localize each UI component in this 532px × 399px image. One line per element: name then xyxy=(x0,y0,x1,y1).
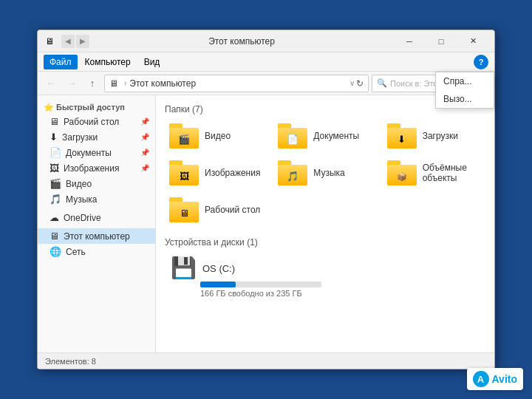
back-button[interactable]: ← xyxy=(42,75,60,92)
folder-downloads-icon: ⬇ xyxy=(387,123,417,149)
address-chevron: › xyxy=(124,79,126,87)
this-pc-icon: 🖥 xyxy=(50,231,59,242)
sidebar-item-onedrive[interactable]: ☁ OneDrive xyxy=(38,210,155,225)
sidebar-item-downloads[interactable]: ⬇ Загрузки 📌 xyxy=(38,129,155,145)
menu-bar: Файл Компьютер Вид ? xyxy=(38,52,494,72)
folder-desktop[interactable]: 🖥 Рабочий стол xyxy=(165,194,267,225)
window-controls: ─ □ ✕ xyxy=(394,30,488,52)
sidebar-item-video[interactable]: 🎬 Видео xyxy=(38,176,155,191)
quick-access-btn2[interactable]: ▶ xyxy=(76,35,89,48)
music-folder-icon: 🎵 xyxy=(287,171,299,182)
folder-downloads[interactable]: ⬇ Загрузки xyxy=(383,120,485,151)
desktop-icon: 🖥 xyxy=(50,116,59,127)
3d-folder-icon: 📦 xyxy=(397,172,407,182)
folder-music-icon: 🎵 xyxy=(278,160,307,185)
address-path: Этот компьютер xyxy=(129,78,196,89)
folder-images[interactable]: 🖼 Изображения xyxy=(165,157,267,188)
folders-grid: 🎬 Видео 📄 Документы xyxy=(165,120,485,225)
computer-section: 🖥 Этот компьютер 🌐 Сеть xyxy=(38,227,155,261)
search-icon: 🔍 xyxy=(377,78,387,88)
window-icon: 🖥 xyxy=(44,35,55,47)
menu-computer[interactable]: Компьютер xyxy=(79,55,137,69)
address-path-icon: 🖥 xyxy=(109,78,118,89)
device-c-drive[interactable]: 💾 OS (C:) 166 ГБ свободно из 235 ГБ xyxy=(165,253,327,302)
network-icon: 🌐 xyxy=(50,246,61,257)
folder-music[interactable]: 🎵 Музыка xyxy=(273,157,376,188)
minimize-button[interactable]: ─ xyxy=(394,30,425,52)
avito-label: Avito xyxy=(492,373,517,385)
file-explorer-window: 🖥 ◀ ▶ Этот компьютер ─ □ ✕ Файл Компьюте… xyxy=(37,30,495,369)
device-top: 💾 OS (C:) xyxy=(171,258,321,279)
folder-desktop-icon: 🖥 xyxy=(169,197,199,222)
sidebar-item-desktop[interactable]: 🖥 Рабочий стол 📌 xyxy=(38,114,155,129)
close-button[interactable]: ✕ xyxy=(457,30,488,52)
folder-3d[interactable]: 📦 Объёмные объекты xyxy=(383,157,485,188)
images-folder-icon: 🖼 xyxy=(180,171,189,182)
disk-bar-fill xyxy=(200,282,236,287)
status-bar: Элементов: 8 xyxy=(38,352,494,369)
quick-access-header: ⭐ Быстрый доступ xyxy=(38,101,155,114)
sidebar: ⭐ Быстрый доступ 🖥 Рабочий стол 📌 ⬇ Загр… xyxy=(38,95,156,352)
window-title: Этот компьютер xyxy=(89,36,394,47)
drive-icon: 💾 xyxy=(171,258,197,279)
downloads-folder-icon: ⬇ xyxy=(398,134,406,145)
folder-3d-icon: 📦 xyxy=(387,160,417,185)
refresh-button[interactable]: ↻ xyxy=(356,78,364,89)
video-icon: 🎬 xyxy=(50,178,61,189)
restore-button[interactable]: □ xyxy=(426,30,457,52)
folder-video-icon: 🎬 xyxy=(169,123,199,149)
documents-icon: 📄 xyxy=(50,147,61,158)
sidebar-item-images[interactable]: 🖼 Изображения 📌 xyxy=(38,160,155,176)
video-folder-icon: 🎬 xyxy=(178,134,190,145)
dropdown-item-call[interactable]: Вызо... xyxy=(436,90,494,108)
drive-name: OS (C:) xyxy=(202,263,235,274)
onedrive-icon: ☁ xyxy=(50,212,59,223)
up-button[interactable]: ↑ xyxy=(83,75,101,92)
quick-access-section: ⭐ Быстрый доступ 🖥 Рабочий стол 📌 ⬇ Загр… xyxy=(38,100,155,208)
disk-info: 166 ГБ свободно из 235 ГБ xyxy=(200,289,321,298)
folder-images-icon: 🖼 xyxy=(169,160,199,185)
avito-circle-icon: A xyxy=(473,371,489,387)
dropdown-popup: Спра... Вызо... xyxy=(435,72,494,109)
avito-badge: A Avito xyxy=(467,368,523,390)
dropdown-item-help[interactable]: Спра... xyxy=(436,72,494,90)
items-count: Элементов: 8 xyxy=(45,357,96,366)
folder-documents[interactable]: 📄 Документы xyxy=(273,120,376,151)
main-content: ⭐ Быстрый доступ 🖥 Рабочий стол 📌 ⬇ Загр… xyxy=(38,95,494,352)
music-icon: 🎵 xyxy=(50,194,61,205)
disk-bar-container xyxy=(200,282,321,287)
cloud-section: ☁ OneDrive xyxy=(38,208,155,227)
downloads-icon: ⬇ xyxy=(50,132,58,143)
menu-file[interactable]: Файл xyxy=(44,55,78,69)
title-bar: 🖥 ◀ ▶ Этот компьютер ─ □ ✕ xyxy=(38,30,494,52)
desktop-folder-icon: 🖥 xyxy=(180,208,189,219)
documents-folder-icon: 📄 xyxy=(287,134,299,145)
title-bar-controls: ◀ ▶ xyxy=(61,35,89,48)
sidebar-item-music[interactable]: 🎵 Музыка xyxy=(38,191,155,207)
sidebar-item-documents[interactable]: 📄 Документы 📌 xyxy=(38,145,155,160)
forward-button[interactable]: → xyxy=(63,75,81,92)
devices-section-header: Устройства и диски (1) xyxy=(165,237,485,248)
folder-documents-icon: 📄 xyxy=(278,123,307,149)
folder-video[interactable]: 🎬 Видео xyxy=(165,120,267,151)
toolbar: ← → ↑ 🖥 › Этот компьютер ∨ ↻ 🔍 Поиск в: … xyxy=(38,72,494,95)
sidebar-item-network[interactable]: 🌐 Сеть xyxy=(38,244,155,259)
expand-address-icon[interactable]: ∨ xyxy=(349,79,355,87)
images-icon: 🖼 xyxy=(50,163,59,174)
help-button[interactable]: ? xyxy=(474,55,488,69)
address-bar[interactable]: 🖥 › Этот компьютер ∨ ↻ xyxy=(104,75,369,92)
sidebar-item-this-pc[interactable]: 🖥 Этот компьютер xyxy=(38,228,155,244)
content-area: Папки (7) 🎬 Видео 📄 xyxy=(156,95,494,352)
quick-access-btn[interactable]: ◀ xyxy=(61,35,75,48)
menu-view[interactable]: Вид xyxy=(138,55,166,69)
